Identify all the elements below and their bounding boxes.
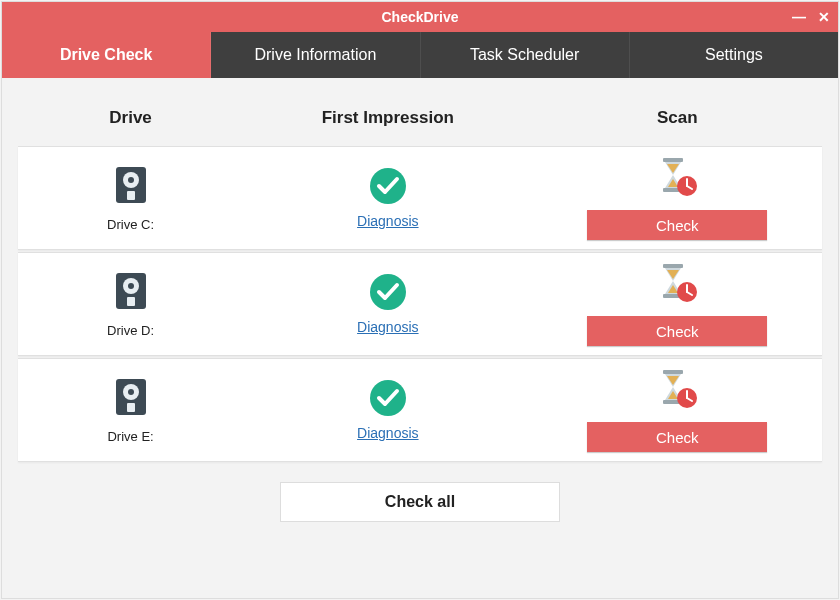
drive-row: Drive C: Diagnosis: [18, 146, 822, 250]
tab-label: Settings: [705, 46, 763, 64]
svg-rect-23: [127, 403, 135, 412]
svg-point-12: [128, 283, 134, 289]
tab-drive-information[interactable]: Drive Information: [211, 32, 420, 78]
tab-settings[interactable]: Settings: [630, 32, 838, 78]
close-button[interactable]: ✕: [818, 9, 830, 25]
header-scan: Scan: [533, 108, 822, 128]
disk-icon: [114, 271, 148, 315]
tab-bar: Drive Check Drive Information Task Sched…: [2, 32, 838, 78]
tab-drive-check[interactable]: Drive Check: [2, 32, 211, 78]
window-title: CheckDrive: [381, 9, 458, 25]
check-button[interactable]: Check: [587, 422, 767, 452]
drive-label: Drive D:: [107, 323, 154, 338]
svg-rect-3: [127, 191, 135, 200]
main-content: Drive First Impression Scan Drive C:: [2, 78, 838, 532]
check-all-button[interactable]: Check all: [280, 482, 560, 522]
column-headers: Drive First Impression Scan: [18, 98, 822, 146]
diagnosis-link[interactable]: Diagnosis: [357, 319, 418, 335]
svg-rect-5: [663, 158, 683, 162]
check-button[interactable]: Check: [587, 210, 767, 240]
hourglass-clock-icon: [657, 368, 697, 410]
tab-label: Task Scheduler: [470, 46, 579, 64]
svg-rect-15: [663, 264, 683, 268]
disk-icon: [114, 377, 148, 421]
checkmark-icon: [369, 273, 407, 311]
svg-point-22: [128, 389, 134, 395]
minimize-button[interactable]: —: [792, 9, 806, 25]
svg-rect-13: [127, 297, 135, 306]
diagnosis-link[interactable]: Diagnosis: [357, 213, 418, 229]
checkmark-icon: [369, 379, 407, 417]
titlebar: CheckDrive — ✕: [2, 2, 838, 32]
header-impression: First Impression: [243, 108, 532, 128]
header-drive: Drive: [18, 108, 243, 128]
tab-task-scheduler[interactable]: Task Scheduler: [421, 32, 630, 78]
checkmark-icon: [369, 167, 407, 205]
hourglass-clock-icon: [657, 156, 697, 198]
tab-label: Drive Check: [60, 46, 153, 64]
svg-point-2: [128, 177, 134, 183]
disk-icon: [114, 165, 148, 209]
tab-label: Drive Information: [254, 46, 376, 64]
check-button[interactable]: Check: [587, 316, 767, 346]
hourglass-clock-icon: [657, 262, 697, 304]
diagnosis-link[interactable]: Diagnosis: [357, 425, 418, 441]
drive-row: Drive E: Diagnosis: [18, 358, 822, 462]
drive-label: Drive C:: [107, 217, 154, 232]
svg-rect-25: [663, 370, 683, 374]
drive-label: Drive E:: [107, 429, 153, 444]
drive-row: Drive D: Diagnosis: [18, 252, 822, 356]
